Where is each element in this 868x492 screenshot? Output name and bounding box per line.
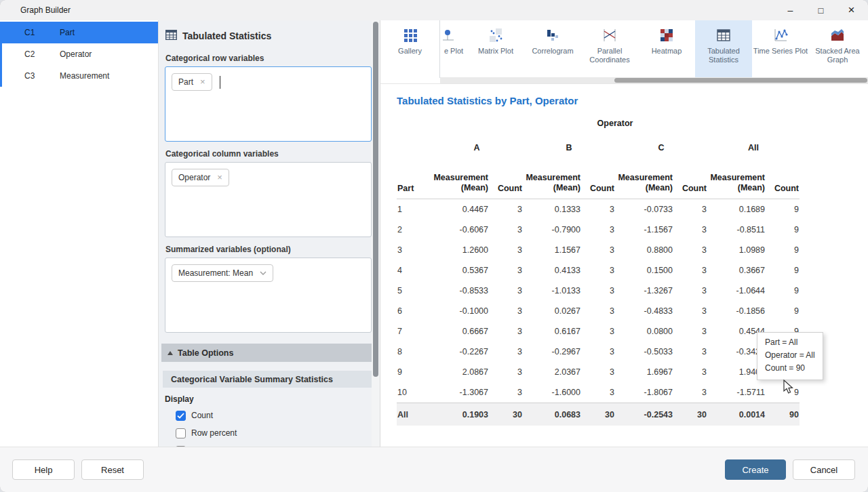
cell-count: 9: [766, 240, 800, 260]
sidebar-item-part[interactable]: C1Part: [0, 22, 158, 43]
cell-part: 8: [397, 342, 431, 362]
gallery-item-label: Heatmap: [652, 47, 682, 56]
graph-builder-window: Graph Builder – □ × C1PartC2OperatorC3Me…: [0, 0, 868, 492]
gallery-item-stacked-area-graph[interactable]: Stacked Area Graph: [809, 20, 866, 78]
cell-count: 3: [489, 362, 523, 382]
cell-mean: 0.8800: [615, 240, 673, 260]
cell-mean: -0.6067: [431, 220, 489, 240]
cell-count: 30: [581, 403, 615, 426]
cell-mean: -1.1567: [615, 220, 673, 240]
help-button[interactable]: Help: [12, 459, 75, 480]
cell-count: 90: [766, 403, 800, 426]
cell-count: 3: [489, 342, 523, 362]
group-header-b: B: [523, 137, 615, 159]
measurement-mean-header: Measurement (Mean): [431, 159, 489, 199]
cell-count: 3: [673, 382, 707, 403]
chip-measurement-mean[interactable]: Measurement: Mean: [172, 264, 273, 282]
cell-part: 1: [397, 199, 431, 220]
chip-operator[interactable]: Operator×: [172, 169, 229, 186]
gallery-item-time-series-plot[interactable]: Time Series Plot: [752, 20, 809, 78]
cell-mean: 2.0867: [431, 362, 489, 382]
summary-statistics-label: Categorical Variable Summary Statistics: [171, 375, 333, 384]
checkbox-row-percent[interactable]: Row percent: [176, 427, 380, 439]
table-row: 10-1.30673-1.60003-1.80673-1.57119: [397, 382, 800, 403]
create-button[interactable]: Create: [725, 459, 786, 480]
tooltip-line: Count = 90: [765, 362, 815, 375]
categorical-row-variables-box[interactable]: Part×: [165, 66, 372, 142]
remove-chip-icon[interactable]: ×: [200, 79, 205, 85]
cell-count: 3: [673, 281, 707, 301]
gallery-item-parallel-coordinates[interactable]: Parallel Coordinates: [581, 20, 638, 78]
cell-mean: 0.6167: [523, 321, 581, 342]
remove-chip-icon[interactable]: ×: [217, 174, 222, 181]
gallery-grid-icon: [403, 26, 418, 44]
maximize-button[interactable]: □: [806, 0, 836, 20]
reset-button[interactable]: Reset: [81, 459, 144, 480]
cell-count: 3: [581, 342, 615, 362]
gallery-item-matrix-plot[interactable]: Matrix Plot: [467, 20, 524, 78]
cell-count: 3: [673, 240, 707, 260]
cell-mean: -1.8067: [615, 382, 673, 403]
summary-statistics-section: Categorical Variable Summary Statistics: [163, 371, 372, 388]
cell-count: 3: [489, 301, 523, 321]
table-row: 8-0.22673-0.29673-0.50333-0.34229: [397, 342, 800, 362]
gallery-item-tabulated-statistics[interactable]: Tabulated Statistics: [695, 20, 752, 78]
panel-scrollbar[interactable]: [372, 20, 380, 447]
count-header: Count: [489, 159, 523, 199]
summarized-variables-box[interactable]: Measurement: Mean: [165, 258, 372, 333]
cell-count: 3: [581, 281, 615, 301]
categorical-column-variables-box[interactable]: Operator×: [165, 162, 372, 237]
summarized-variables-label: Summarized variables (optional): [165, 245, 372, 254]
cell-count: 3: [489, 321, 523, 342]
cell-mean: -0.8533: [431, 281, 489, 301]
chevron-down-icon[interactable]: [260, 271, 267, 275]
sidebar-item-measurement[interactable]: C3Measurement: [0, 65, 158, 87]
cell-count: 3: [489, 220, 523, 240]
builder-panel-header: Tabulated Statistics: [159, 20, 380, 46]
gallery-item-gallery[interactable]: Gallery: [380, 20, 440, 78]
cell-mean: -0.2267: [431, 342, 489, 362]
table-options-section[interactable]: Table Options: [161, 344, 373, 362]
gallery-item-label: Time Series Plot: [753, 47, 808, 56]
spacer-cell: [397, 118, 431, 137]
gallery-scrollbar-thumb[interactable]: [614, 78, 867, 83]
panel-scrollbar-thumb[interactable]: [373, 22, 378, 377]
minimize-button[interactable]: –: [775, 0, 806, 20]
gallery-item-heatmap[interactable]: Heatmap: [638, 20, 695, 78]
sidebar-item-operator[interactable]: C2Operator: [0, 43, 158, 65]
checkbox-count[interactable]: Count: [176, 409, 380, 422]
cell-count: 3: [489, 382, 523, 403]
cell-count: 3: [673, 362, 707, 382]
cell-mean: -0.5033: [615, 342, 673, 362]
cell-mean: 0.6667: [431, 321, 489, 342]
cell-count: 9: [766, 260, 800, 281]
display-label: Display: [165, 394, 380, 404]
cell-count: 3: [673, 260, 707, 281]
cell-part: All: [397, 403, 431, 426]
cancel-button[interactable]: Cancel: [793, 459, 855, 480]
cell-count: 3: [489, 199, 523, 220]
cell-mean: 1.2600: [431, 240, 489, 260]
cell-tooltip: Part = AllOperator = AllCount = 90: [757, 332, 823, 380]
builder-panel: Tabulated Statistics Categorical row var…: [158, 20, 380, 447]
table-row: 10.446730.13333-0.073330.16899: [397, 199, 800, 220]
cell-count: 9: [766, 220, 800, 240]
cell-part: 3: [397, 240, 431, 260]
cell-mean: -0.1000: [431, 301, 489, 321]
column-id: C2: [24, 49, 60, 59]
gallery-scrollbar[interactable]: [440, 77, 868, 83]
gallery-item-correlogram[interactable]: Correlogram: [524, 20, 581, 78]
cell-part: 10: [397, 382, 431, 403]
measurement-mean-header: Measurement (Mean): [707, 159, 766, 199]
gallery-item-e-plot[interactable]: e Plot: [440, 20, 467, 78]
close-button[interactable]: ×: [836, 0, 867, 20]
cell-mean: 1.6967: [615, 362, 673, 382]
window-controls: – □ ×: [775, 0, 867, 20]
table-row: 5-0.85333-1.01333-1.32673-1.06449: [397, 281, 800, 301]
table-header-row: Operator: [397, 118, 800, 137]
chip-part[interactable]: Part×: [172, 73, 212, 91]
time-series-plot-icon: [773, 26, 788, 44]
cell-count: 3: [581, 240, 615, 260]
cell-part: 2: [397, 220, 431, 240]
cell-mean: -1.5711: [707, 382, 766, 403]
